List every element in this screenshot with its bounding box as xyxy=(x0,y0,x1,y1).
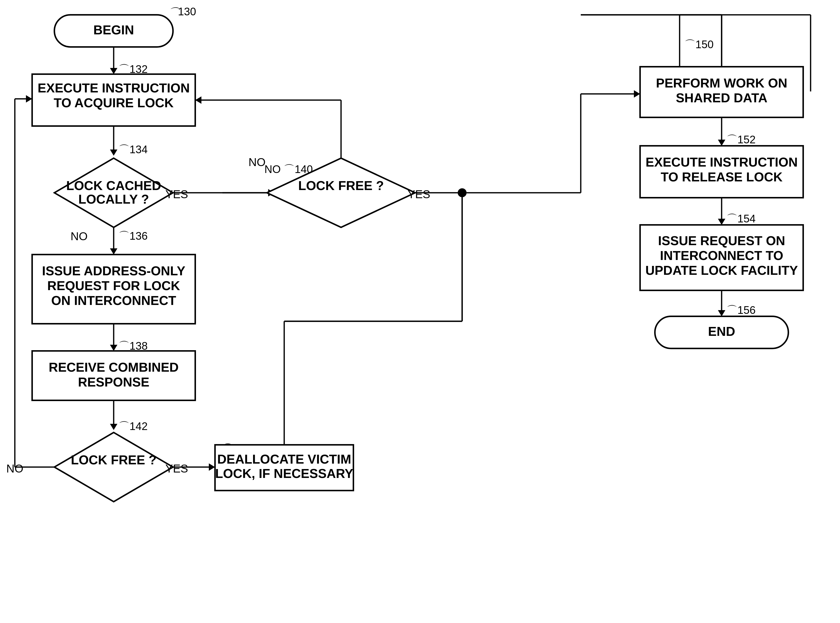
svg-marker-24 xyxy=(26,95,32,103)
deallocate-line2: LOCK, IF NECESSARY xyxy=(215,466,353,481)
ref-142: ⌒142 xyxy=(119,420,147,432)
ref-152: ⌒152 xyxy=(727,134,756,146)
ref-130-curly: ⌒ xyxy=(168,6,180,18)
yes-label-1: YES xyxy=(166,188,188,201)
svg-marker-14 xyxy=(110,424,117,430)
svg-marker-8 xyxy=(110,249,117,255)
svg-point-32 xyxy=(458,188,467,197)
issue-request-line1: ISSUE REQUEST ON xyxy=(658,233,785,248)
begin-label: BEGIN xyxy=(94,23,134,37)
svg-marker-31 xyxy=(195,97,201,104)
no-label-1: NO xyxy=(71,230,88,243)
yes-label-3: YES xyxy=(408,188,430,201)
ref-140: NO ⌒140 xyxy=(264,163,313,175)
ref-136: ⌒136 xyxy=(119,230,147,242)
svg-marker-11 xyxy=(110,345,117,351)
lock-free1-line1: LOCK FREE ? xyxy=(298,178,384,193)
ref-154: ⌒154 xyxy=(727,213,756,225)
svg-marker-48 xyxy=(718,140,725,146)
ref-150: ⌒150 xyxy=(685,38,713,51)
deallocate-line1: DEALLOCATE VICTIM xyxy=(217,452,351,466)
ref-132: ⌒132 xyxy=(119,63,147,75)
lock-cached-line2: LOCALLY ? xyxy=(78,192,149,206)
perform-work-line1: PERFORM WORK ON xyxy=(656,76,787,90)
execute-acquire-line2: TO ACQUIRE LOCK xyxy=(54,96,174,110)
ref-134: ⌒134 xyxy=(119,143,147,155)
no-label-3: NO xyxy=(248,156,266,169)
issue-address-line2: REQUEST FOR LOCK xyxy=(47,279,180,293)
svg-marker-37 xyxy=(634,90,640,98)
perform-work-line2: SHARED DATA xyxy=(676,91,768,105)
ref-130: 130 xyxy=(178,5,196,18)
issue-request-line2: INTERCONNECT TO xyxy=(660,249,783,263)
execute-release-line2: TO RELEASE LOCK xyxy=(661,170,783,184)
lock-free2-line1: LOCK FREE ? xyxy=(71,453,157,467)
svg-marker-15 xyxy=(54,433,173,502)
flowchart-diagram: BEGIN 130 ⌒ ⌒132 EXECUTE INSTRUCTION TO … xyxy=(0,0,840,623)
ref-156: ⌒156 xyxy=(727,304,756,316)
receive-combined-line2: RESPONSE xyxy=(78,375,150,389)
execute-acquire-line1: EXECUTE INSTRUCTION xyxy=(38,81,190,95)
lock-cached-line1: LOCK CACHED xyxy=(66,178,161,193)
ref-138: ⌒138 xyxy=(119,340,147,352)
receive-combined-line1: RECEIVE COMBINED xyxy=(49,360,179,374)
issue-request-line3: UPDATE LOCK FACILITY xyxy=(645,263,798,278)
svg-marker-51 xyxy=(718,219,725,225)
issue-address-line1: ISSUE ADDRESS-ONLY xyxy=(42,264,185,278)
end-label: END xyxy=(708,324,735,339)
svg-marker-2 xyxy=(110,68,117,74)
svg-marker-54 xyxy=(718,310,725,316)
yes-label-2: YES xyxy=(166,462,188,475)
svg-marker-17 xyxy=(209,463,215,471)
execute-release-line1: EXECUTE INSTRUCTION xyxy=(645,155,797,169)
issue-address-line3: ON INTERCONNECT xyxy=(51,293,176,308)
svg-marker-5 xyxy=(110,149,117,156)
